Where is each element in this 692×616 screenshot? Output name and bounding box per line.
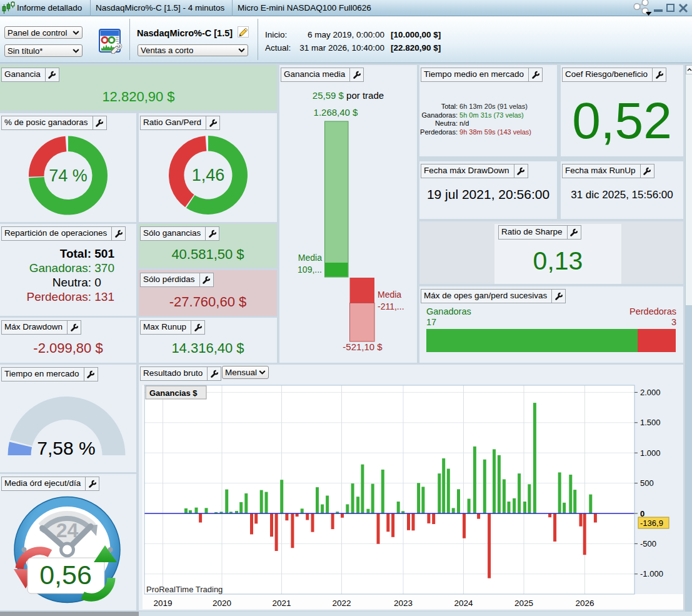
svg-text:2.000: 2.000 [640,388,661,397]
svg-text:Media: Media [298,253,322,263]
svg-text:1.000: 1.000 [640,448,661,458]
svg-text:2020: 2020 [213,598,231,608]
svg-text:2023: 2023 [394,598,413,608]
svg-text:-1.000: -1.000 [640,569,663,578]
svg-text:7,58 %: 7,58 % [37,438,95,458]
svg-text:-521,10 $: -521,10 $ [343,341,383,352]
svg-text:2022: 2022 [332,598,351,608]
svg-text:ProRealTime Trading: ProRealTime Trading [146,585,223,594]
svg-text:0: 0 [640,509,644,518]
svg-text:1,46: 1,46 [192,166,225,184]
svg-text:109,...: 109,... [298,265,322,275]
svg-text:2019: 2019 [153,598,172,608]
svg-text:1.500: 1.500 [640,418,661,427]
svg-text:500: 500 [640,478,654,488]
svg-text:-211,...: -211,... [378,301,404,311]
svg-text:74 %: 74 % [49,166,88,185]
svg-text:-500: -500 [640,539,656,548]
svg-text:-136,9: -136,9 [640,518,663,528]
svg-text:2025: 2025 [514,598,533,608]
svg-text:Ganancias $: Ganancias $ [149,388,198,398]
svg-text:Media: Media [378,290,401,300]
svg-text:2026: 2026 [575,598,594,608]
svg-text:2021: 2021 [272,598,291,608]
svg-text:2024: 2024 [454,598,473,608]
svg-text:0,56: 0,56 [39,560,92,590]
